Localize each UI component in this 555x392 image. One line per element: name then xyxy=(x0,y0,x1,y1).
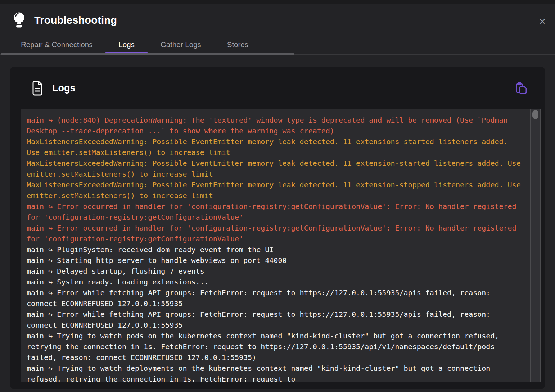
app-header: Troubleshooting ✕ xyxy=(0,4,555,37)
window-top-edge xyxy=(0,0,555,4)
log-line: main ↪ Trying to watch pods on the kuber… xyxy=(27,331,523,363)
tab-strip-scroll-indicator xyxy=(1,53,294,55)
log-console[interactable]: main ↪ (node:840) DeprecationWarning: Th… xyxy=(21,109,541,382)
log-line: main ↪ System ready. Loading extensions.… xyxy=(27,277,523,287)
log-line: main ↪ Delayed startup, flushing 7 event… xyxy=(27,266,523,277)
log-line: main ↪ Error while fetching API groups: … xyxy=(27,309,523,331)
tab-logs[interactable]: Logs xyxy=(105,35,147,54)
console-scrollbar-thumb[interactable] xyxy=(532,110,538,119)
logs-panel-header: Logs xyxy=(10,67,545,109)
log-line: main ↪ (node:840) DeprecationWarning: Th… xyxy=(27,115,523,136)
lightbulb-icon xyxy=(12,12,26,29)
log-list: main ↪ (node:840) DeprecationWarning: Th… xyxy=(27,115,523,382)
console-scrollbar-track[interactable] xyxy=(530,109,541,382)
log-line: main ↪ Error occurred in handler for 'co… xyxy=(27,223,523,244)
logs-panel: Logs main ↪ (node:840) DeprecationWarnin… xyxy=(10,67,545,389)
tab-gather-logs[interactable]: Gather Logs xyxy=(148,35,214,54)
file-text-icon xyxy=(32,80,43,96)
log-line: MaxListenersExceededWarning: Possible Ev… xyxy=(27,136,523,158)
log-line: main ↪ PluginSystem: received dom-ready … xyxy=(27,244,523,255)
troubleshooting-window: { "window": { "title": "Troubleshooting"… xyxy=(0,0,555,392)
close-icon[interactable]: ✕ xyxy=(537,16,548,27)
log-line: MaxListenersExceededWarning: Possible Ev… xyxy=(27,158,523,179)
copy-icon xyxy=(514,91,528,96)
log-line: main ↪ Starting http server to handle we… xyxy=(27,255,523,266)
log-line: main ↪ Error while fetching API groups: … xyxy=(27,287,523,309)
tab-repair-connections[interactable]: Repair & Connections xyxy=(8,35,105,54)
log-line: main ↪ Error occurred in handler for 'co… xyxy=(27,201,523,223)
page-title: Troubleshooting xyxy=(34,14,117,26)
panel-title: Logs xyxy=(52,83,76,94)
log-line: main ↪ Trying to watch deployments on th… xyxy=(27,363,523,382)
tab-bar: Repair & ConnectionsLogsGather LogsStore… xyxy=(0,35,555,54)
copy-logs-button[interactable] xyxy=(514,81,528,95)
tab-stores[interactable]: Stores xyxy=(214,35,261,54)
log-line: MaxListenersExceededWarning: Possible Ev… xyxy=(27,179,523,201)
